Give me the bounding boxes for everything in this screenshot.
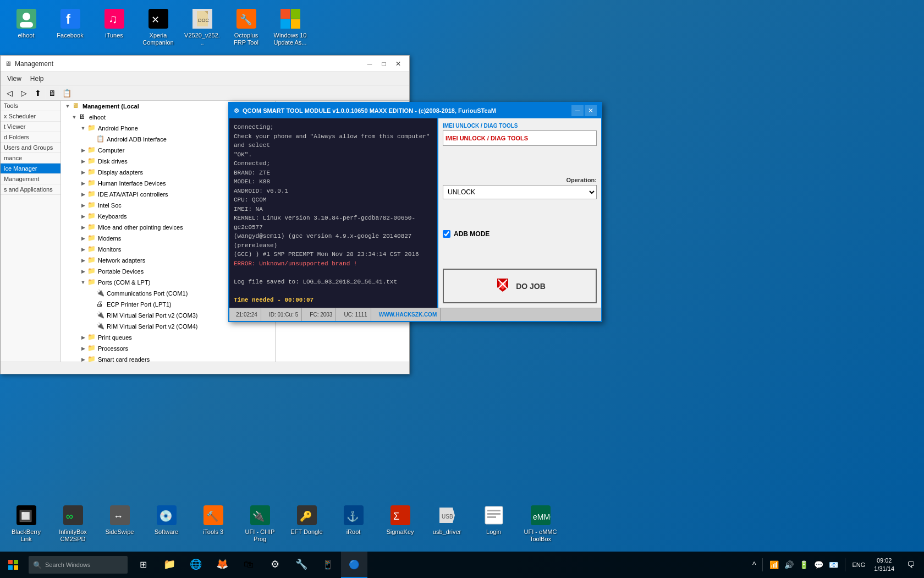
svg-rect-16 xyxy=(291,9,300,19)
octoplus-icon: 🔧 xyxy=(235,8,257,30)
tray-network-icon[interactable]: 📶 xyxy=(768,559,780,570)
qcom-log-panel[interactable]: Connecting; Check your phone and "Always… xyxy=(229,118,438,308)
svg-text:🔌: 🔌 xyxy=(252,510,265,522)
usb-driver-icon: USB xyxy=(436,504,458,526)
desktop-icon-itools3[interactable]: 🔨 iTools 3 xyxy=(193,502,234,545)
desktop-icon-infinitybox[interactable]: ∞ InfinityBox CM2SPD xyxy=(52,502,94,545)
desktop-icon-xperia[interactable]: ✕ Xperia Companion xyxy=(138,6,179,48)
taskbar-app-6[interactable]: 🔧 xyxy=(288,552,315,578)
mgmt-maximize-button[interactable]: □ xyxy=(377,58,391,69)
tray-msg-icon[interactable]: 💬 xyxy=(813,559,824,570)
clock-date: 1/31/14 xyxy=(874,565,894,573)
desktop-icon-v2520[interactable]: DOC V2520_v252... xyxy=(182,6,223,48)
desktop-icon-eft[interactable]: 🔑 EFT Dongle xyxy=(286,502,327,545)
tray-chat-icon[interactable]: 📧 xyxy=(828,559,839,570)
tree-adb-icon: 📋 xyxy=(96,135,105,144)
app8-icon: 🔵 xyxy=(349,559,360,570)
desktop-icon-sigmakey[interactable]: Σ SigmaKey xyxy=(380,502,421,545)
svg-rect-54 xyxy=(14,565,18,570)
desktop-icon-itunes[interactable]: ♫ iTunes xyxy=(94,6,135,48)
taskbar-app-7[interactable]: 📱 xyxy=(315,552,341,578)
left-panel-apps[interactable]: s and Applications xyxy=(1,184,61,195)
desktop-icon-software[interactable]: 💿 Software xyxy=(146,502,187,545)
desktop-icon-facebook[interactable]: f Facebook xyxy=(50,6,91,48)
eft-icon: 🔑 xyxy=(296,504,318,526)
start-button[interactable] xyxy=(0,552,26,578)
taskbar-app-5[interactable]: ⚙ xyxy=(262,552,288,578)
toolbar-btn-3[interactable]: ⬆ xyxy=(31,87,45,99)
desktop-top-icons: elhoot f Facebook ♫ iTunes xyxy=(0,3,316,51)
desktop-icon-ufi-chip[interactable]: 🔌 UFI - CHIP Prog xyxy=(239,502,280,545)
left-panel-scheduler[interactable]: x Scheduler xyxy=(1,111,61,122)
taskbar-clock[interactable]: 09:02 1/31/14 xyxy=(870,555,899,575)
left-panel-users[interactable]: Users and Groups xyxy=(1,143,61,153)
mgmt-menu-view[interactable]: View xyxy=(3,74,26,84)
qcom-minimize-button[interactable]: ─ xyxy=(571,105,584,116)
tree-com4[interactable]: 🔌 RIM Virtual Serial Port v2 (COM4) xyxy=(61,321,275,332)
tree-processors[interactable]: ▶ 📁 Processors xyxy=(61,343,275,354)
tree-com1-expand xyxy=(87,289,96,298)
tree-lpt1-expand xyxy=(87,300,96,309)
infinitybox-icon: ∞ xyxy=(62,504,84,526)
taskbar-file-explorer[interactable]: 📁 xyxy=(156,552,183,578)
left-panel-management[interactable]: Management xyxy=(1,174,61,184)
tray-volume-icon[interactable]: 🔊 xyxy=(783,559,795,570)
qcom-service-input[interactable] xyxy=(443,130,597,146)
mgmt-menu-help[interactable]: Help xyxy=(26,74,48,84)
qcom-adb-checkbox[interactable] xyxy=(443,230,450,238)
taskbar-firefox[interactable]: 🦊 xyxy=(209,552,235,578)
taskbar-app-8[interactable]: 🔵 xyxy=(341,552,367,578)
mgmt-statusbar xyxy=(1,362,409,374)
tree-display-icon: 📁 xyxy=(87,168,96,177)
task-view-button[interactable]: ⊞ xyxy=(130,552,156,578)
toolbar-btn-4[interactable]: 🖥 xyxy=(46,87,59,99)
tray-lang-icon[interactable]: ENG xyxy=(851,560,866,569)
desktop-icon-ufi-emmc[interactable]: eMMC UFI - eMMC ToolBox xyxy=(520,502,561,545)
tree-keyboards-label: Keyboards xyxy=(98,213,127,220)
svg-text:🔲: 🔲 xyxy=(19,509,32,522)
iroot-icon: ⚓ xyxy=(343,504,365,526)
mgmt-close-button[interactable]: ✕ xyxy=(392,58,405,69)
mgmt-titlebar: 🖥 Management ─ □ ✕ xyxy=(1,56,409,72)
left-panel-device-manager[interactable]: ice Manager xyxy=(1,163,61,174)
tree-print[interactable]: ▶ 📁 Print queues xyxy=(61,332,275,343)
store-icon: 🛍 xyxy=(244,559,254,570)
qcom-do-job-button[interactable]: DO JOB xyxy=(443,269,597,303)
itools3-label: iTools 3 xyxy=(203,528,223,536)
tray-battery-icon[interactable]: 🔋 xyxy=(798,559,810,570)
log-line-2: Check your phone and "Always allow from … xyxy=(234,132,433,150)
tree-com3-icon: 🔌 xyxy=(96,311,105,320)
tray-arrow-icon[interactable]: ^ xyxy=(751,559,757,570)
desktop-icon-iroot[interactable]: ⚓ iRoot xyxy=(333,502,374,545)
taskbar-edge[interactable]: 🌐 xyxy=(183,552,209,578)
svg-text:💿: 💿 xyxy=(159,509,173,522)
taskbar-search[interactable]: 🔍 Search Windows xyxy=(29,556,128,574)
left-panel-viewer[interactable]: t Viewer xyxy=(1,122,61,132)
desktop-icon-win10update[interactable]: Windows 10 Update As... xyxy=(270,6,311,48)
desktop-icon-blackberry[interactable]: 🔲 BlackBerry Link xyxy=(6,502,47,545)
qcom-operation-select[interactable]: UNLOCK DIAG TOOLS RESTORE IMEI xyxy=(443,185,597,199)
qcom-close-button[interactable]: ✕ xyxy=(585,105,597,116)
desktop-icon-usb-driver[interactable]: USB usb_driver xyxy=(426,502,468,545)
login-label: Login xyxy=(486,528,501,536)
desktop-icon-sideswipe[interactable]: ↔ SideSwipe xyxy=(99,502,140,545)
left-panel-folders[interactable]: d Folders xyxy=(1,132,61,143)
svg-text:USB: USB xyxy=(442,514,453,520)
tree-smartcard[interactable]: ▶ 📁 Smart card readers xyxy=(61,354,275,362)
desktop-icon-octoplus[interactable]: 🔧 Octoplus FRP Tool xyxy=(226,6,267,48)
desktop-icon-login[interactable]: Login xyxy=(473,502,514,545)
toolbar-btn-5[interactable]: 📋 xyxy=(60,87,73,99)
left-panel-performance[interactable]: mance xyxy=(1,153,61,163)
ufi-chip-label: UFI - CHIP Prog xyxy=(241,528,278,543)
left-panel-tools[interactable]: Tools xyxy=(1,101,61,111)
taskbar-store[interactable]: 🛍 xyxy=(235,552,262,578)
tree-ports-label: Ports (COM & LPT) xyxy=(98,279,150,286)
desktop-icon-elhoot[interactable]: elhoot xyxy=(6,6,47,48)
toolbar-btn-1[interactable]: ◁ xyxy=(3,87,16,99)
tree-ports-icon: 📁 xyxy=(87,278,96,287)
toolbar-btn-2[interactable]: ▷ xyxy=(17,87,30,99)
mgmt-minimize-button[interactable]: ─ xyxy=(363,58,376,69)
tree-root-label: Management (Local xyxy=(82,103,139,110)
tree-android-label: Android Phone xyxy=(98,125,138,132)
notification-center-button[interactable]: 🗨 xyxy=(902,552,920,578)
